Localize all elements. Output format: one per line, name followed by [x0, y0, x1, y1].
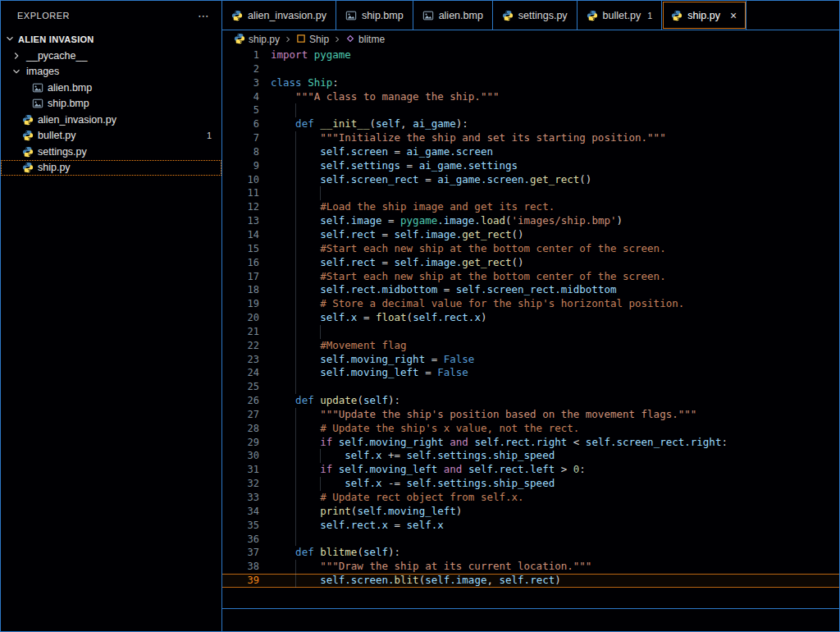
close-tab-icon[interactable]: × [730, 10, 737, 21]
line-text: self.image = pygame.image.load('images/s… [271, 214, 839, 228]
tree-item-label: ship.py [38, 162, 71, 173]
explorer-actions-icon[interactable]: ⋯ [198, 9, 210, 22]
code-line[interactable]: 28 # Update the ship's x value, not the … [222, 422, 839, 436]
workspace-section-header[interactable]: ALIEN INVASION [1, 30, 221, 48]
code-line[interactable]: 10 self.screen_rect = ai_game.screen.get… [222, 173, 839, 187]
code-line[interactable]: 23 self.moving_right = False [222, 353, 839, 367]
tab-alien.bmp[interactable]: alien.bmp [413, 1, 493, 30]
code-line[interactable]: 21 [222, 325, 839, 339]
indent-guide [295, 311, 296, 325]
tree-item-settings.py[interactable]: settings.py [1, 144, 221, 160]
code-line[interactable]: 4 """A class to manage the ship.""" [222, 90, 839, 104]
breadcrumb-item-ship.py[interactable]: ship.py [234, 33, 280, 47]
line-number: 25 [222, 380, 259, 394]
code-token: self.moving_left [357, 505, 455, 517]
workspace-section-label: ALIEN INVASION [18, 34, 94, 44]
code-line[interactable]: 35 self.rect.x = self.x [222, 519, 839, 533]
code-line[interactable]: 5 [222, 103, 839, 117]
breadcrumb-item-blitme[interactable]: blitme [345, 34, 385, 46]
code-line[interactable]: 30 self.x += self.settings.ship_speed [222, 449, 839, 463]
code-token: = [381, 214, 400, 227]
chevron-down-icon [4, 33, 16, 46]
code-line[interactable]: 1import pygame [222, 48, 839, 62]
tree-item-ship.bmp[interactable]: ship.bmp [1, 96, 221, 112]
vscode-window: EXPLORER ⋯ ALIEN INVASION __pycache__ima… [1, 1, 839, 631]
code-line[interactable]: 15 #Start each new ship at the bottom ce… [222, 242, 839, 256]
code-token: = [376, 256, 395, 268]
code-line[interactable]: 37 def blitme(self): [222, 546, 839, 560]
tab-bullet.py[interactable]: bullet.py1 [578, 1, 663, 30]
line-text: # Store a decimal value for the ship's h… [271, 297, 839, 311]
code-line[interactable]: 6 def __init__(self, ai_game): [222, 117, 839, 131]
tree-item-ship.py[interactable]: ship.py [1, 160, 221, 176]
tree-item-__pycache__[interactable]: __pycache__ [1, 48, 221, 64]
code-token: #Start each new ship at the bottom cente… [320, 270, 665, 282]
code-line[interactable]: 39 self.screen.blit(self.image, self.rec… [222, 574, 839, 588]
indent-guide [295, 228, 296, 242]
code-token: ( [407, 311, 413, 323]
code-line[interactable]: 36 [222, 533, 839, 547]
code-line[interactable]: 26 def update(self): [222, 394, 839, 408]
code-line[interactable]: 13 self.image = pygame.image.load('image… [222, 214, 839, 228]
code-token: ): [388, 546, 400, 558]
code-line[interactable]: 8 self.screen = ai_game.screen [222, 145, 839, 159]
code-token: import [271, 48, 308, 61]
editor[interactable]: 1import pygame23class Ship:4 """A class … [222, 48, 839, 609]
line-text: self.moving_right = False [271, 353, 839, 367]
code-line[interactable]: 20 self.x = float(self.rect.x) [222, 311, 839, 325]
editor-group: alien_invasion.pyship.bmpalien.bmpsettin… [222, 1, 839, 631]
tab-label: alien_invasion.py [248, 10, 326, 21]
tree-item-images[interactable]: images [1, 64, 221, 80]
line-text: self.moving_left = False [271, 366, 839, 380]
code-line[interactable]: 9 self.settings = ai_game.settings [222, 159, 839, 173]
code-line[interactable]: 11 [222, 186, 839, 200]
tree-item-bullet.py[interactable]: bullet.py1 [1, 128, 221, 144]
code-line[interactable]: 22 #Movement flag [222, 339, 839, 353]
code-line[interactable]: 17 #Start each new ship at the bottom ce… [222, 270, 839, 284]
chevron-down-icon [11, 66, 22, 77]
line-text: """A class to manage the ship.""" [271, 90, 839, 104]
line-number: 11 [222, 186, 259, 200]
file-tree: __pycache__imagesalien.bmpship.bmpalien_… [1, 48, 221, 176]
line-number: 30 [222, 449, 259, 463]
code-line[interactable]: 19 # Store a decimal value for the ship'… [222, 297, 839, 311]
code-line[interactable]: 18 self.rect.midbottom = self.screen_rec… [222, 283, 839, 297]
code-token: False [437, 366, 468, 378]
explorer-title: EXPLORER [17, 11, 70, 21]
code-token: self [376, 117, 400, 130]
line-number: 38 [222, 560, 259, 574]
tree-item-label: alien_invasion.py [38, 114, 116, 126]
tree-item-alien.bmp[interactable]: alien.bmp [1, 80, 221, 96]
code-line[interactable]: 2 [222, 62, 839, 76]
line-number: 18 [222, 283, 259, 297]
code-token: < [567, 436, 586, 448]
code-token: self.moving_left [339, 463, 437, 475]
tab-alien_invasion.py[interactable]: alien_invasion.py [222, 1, 336, 30]
code-token: , [486, 574, 499, 586]
line-number: 1 [222, 48, 259, 62]
tab-ship.bmp[interactable]: ship.bmp [336, 1, 413, 30]
breadcrumb-separator-icon [283, 34, 293, 44]
tab-ship.py[interactable]: ship.py× [662, 1, 746, 30]
breadcrumb-item-Ship[interactable]: Ship [296, 34, 329, 46]
code-line[interactable]: 16 self.rect = self.image.get_rect() [222, 256, 839, 270]
code-token: if [320, 463, 332, 475]
code-line[interactable]: 38 """Draw the ship at its current locat… [222, 560, 839, 574]
tab-badge: 1 [647, 11, 652, 21]
code-line[interactable]: 29 if self.moving_right and self.rect.ri… [222, 436, 839, 450]
code-token: ) [481, 311, 487, 323]
tab-settings.py[interactable]: settings.py [493, 1, 578, 30]
tab-label: ship.py [687, 10, 720, 21]
code-line[interactable]: 3class Ship: [222, 76, 839, 90]
code-line[interactable]: 7 """Initialize the ship and set its sta… [222, 131, 839, 145]
tree-item-alien_invasion.py[interactable]: alien_invasion.py [1, 112, 221, 128]
code-line[interactable]: 27 """Update the ship's position based o… [222, 408, 839, 422]
code-line[interactable]: 34 print(self.moving_left) [222, 505, 839, 519]
code-line[interactable]: 25 [222, 380, 839, 394]
code-line[interactable]: 12 #Load the ship image and get its rect… [222, 200, 839, 214]
code-line[interactable]: 31 if self.moving_left and self.rect.lef… [222, 463, 839, 477]
code-line[interactable]: 32 self.x -= self.settings.ship_speed [222, 477, 839, 491]
code-line[interactable]: 14 self.rect = self.image.get_rect() [222, 228, 839, 242]
code-line[interactable]: 24 self.moving_left = False [222, 366, 839, 380]
code-line[interactable]: 33 # Update rect object from self.x. [222, 491, 839, 505]
